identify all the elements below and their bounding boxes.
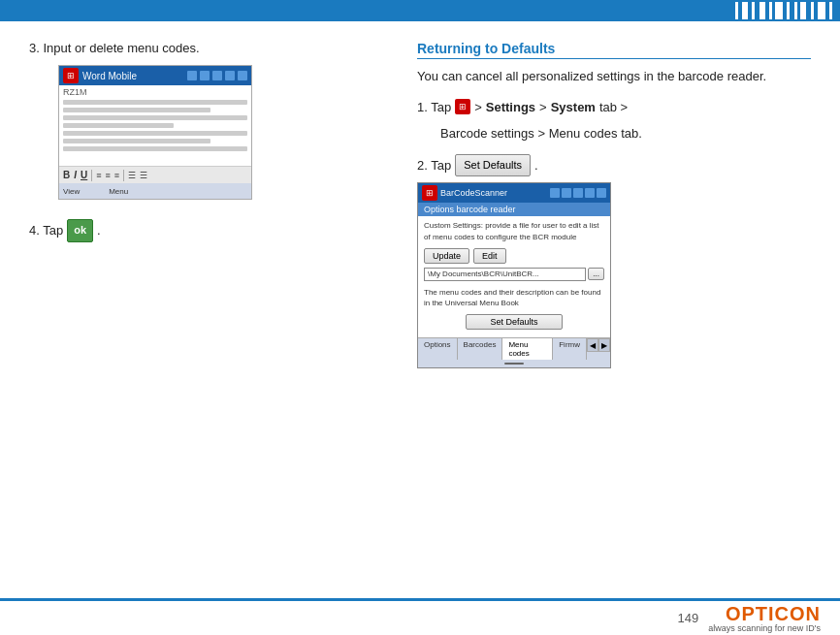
scanner-tab-menu-codes: Menu codes xyxy=(502,338,553,360)
scanner-update-btn: Update xyxy=(424,248,469,264)
wm-line4 xyxy=(63,123,174,128)
scanner-tab-options: Options xyxy=(418,338,458,360)
scanner-footer-text: The menu codes and their description can… xyxy=(424,287,604,308)
step1-gt2: > xyxy=(539,96,547,118)
scanner-buttons-row: Update Edit xyxy=(424,248,604,264)
step1-gt1: > xyxy=(474,96,482,118)
wm-icon2 xyxy=(200,71,210,80)
section-title: Returning to Defaults xyxy=(417,41,811,59)
step1-tab: tab > xyxy=(599,96,628,118)
scanner-subtitle: Options barcode reader xyxy=(418,203,610,216)
step1-prefix: 1. Tap xyxy=(417,96,451,118)
wm-icon1 xyxy=(187,71,197,80)
wm-view-label: View xyxy=(63,187,80,196)
scanner-path-row: \My Documents\BCR\UnitBCR... ... xyxy=(424,268,604,281)
scanner-titlebar: BarCodeScanner xyxy=(418,183,610,203)
scanner-browse-btn: ... xyxy=(588,268,604,280)
header-bar xyxy=(0,0,840,21)
wm-subtitle: RZ1M xyxy=(63,87,247,97)
wm-line7 xyxy=(63,146,247,151)
wm-icon3 xyxy=(212,71,222,80)
wm-align2: ≡ xyxy=(106,171,111,180)
scanner-tabs: Options Barcodes Menu codes Firmw ◀ ▶ xyxy=(418,337,610,360)
wm-align1: ≡ xyxy=(96,171,101,180)
scanner-icon2 xyxy=(562,188,571,198)
barcode-graphic xyxy=(735,2,832,19)
scanner-tab-barcodes: Barcodes xyxy=(458,338,503,360)
scanner-icon3 xyxy=(573,188,583,198)
scanner-set-defaults-btn: Set Defaults xyxy=(466,314,563,330)
step4-prefix: 4. Tap xyxy=(29,219,63,241)
step2-period: . xyxy=(534,154,538,176)
scanner-arrow-left: ◀ xyxy=(587,338,598,352)
step2-prefix: 2. Tap xyxy=(417,154,451,176)
scanner-bottom-indicator xyxy=(418,360,610,367)
wm-icon4 xyxy=(225,71,235,80)
wm-line1 xyxy=(63,100,247,105)
step3-text: 3. Input or delete menu codes. xyxy=(29,41,398,55)
wm-line2 xyxy=(63,108,210,112)
step1-system: System xyxy=(551,96,596,118)
step1-gt3: > xyxy=(537,126,548,141)
wm-spacer xyxy=(63,154,247,164)
step1-menu-codes: Menu codes xyxy=(549,126,618,141)
wm-menu-label: Menu xyxy=(109,187,128,196)
intro-text: You can cancel all personalized settings… xyxy=(417,67,811,86)
step1-continuation: Barcode settings > Menu codes tab. xyxy=(417,124,811,144)
scanner-edit-btn: Edit xyxy=(473,248,506,264)
footer: 149 OPTICON always scanning for new ID's xyxy=(0,598,840,635)
left-column: 3. Input or delete menu codes. Word Mobi… xyxy=(29,41,398,579)
wm-titlebar-icons xyxy=(187,71,247,80)
wm-line5 xyxy=(63,131,247,136)
scanner-icon5 xyxy=(597,188,606,198)
main-content: 3. Input or delete menu codes. Word Mobi… xyxy=(0,21,840,598)
wm-format-toolbar: B I U ≡ ≡ ≡ ☰ ☰ xyxy=(59,166,251,183)
wm-italic-btn: I xyxy=(74,170,77,180)
start-icon xyxy=(455,99,470,114)
wm-line6 xyxy=(63,139,210,143)
wm-title: Word Mobile xyxy=(82,71,137,81)
step1-barcode-settings: Barcode settings xyxy=(440,126,534,141)
right-column: Returning to Defaults You can cancel all… xyxy=(417,41,811,579)
scanner-nav-arrows: ◀ ▶ xyxy=(587,338,610,360)
ok-button: ok xyxy=(67,219,93,242)
step1-tab-text: tab. xyxy=(621,126,642,141)
windows-icon xyxy=(63,68,79,83)
scanner-arrow-right: ▶ xyxy=(598,338,610,352)
wm-underline-btn: U xyxy=(81,170,87,180)
word-mobile-screenshot: Word Mobile RZ1M xyxy=(58,65,252,200)
step1-settings: Settings xyxy=(486,96,535,118)
scanner-path-input: \My Documents\BCR\UnitBCR... xyxy=(424,268,586,281)
scanner-icon4 xyxy=(585,188,595,198)
wm-icon5 xyxy=(238,71,247,80)
wm-line3 xyxy=(63,115,247,120)
scanner-tab-firmw: Firmw xyxy=(553,338,587,360)
scanner-title: BarCodeScanner xyxy=(440,188,507,198)
wm-align3: ≡ xyxy=(114,171,119,180)
brand-tagline: always scanning for new ID's xyxy=(708,623,821,633)
wm-bold-btn: B xyxy=(63,170,70,180)
scanner-path-value: \My Documents\BCR\UnitBCR... xyxy=(428,270,539,278)
wm-body: RZ1M xyxy=(59,85,251,166)
scanner-indicator xyxy=(504,363,524,365)
wm-sep2 xyxy=(123,170,124,181)
step4-line: 4. Tap ok . xyxy=(29,219,398,242)
step4-period: . xyxy=(97,219,101,241)
step1-line: 1. Tap > Settings > System tab > xyxy=(417,96,811,118)
wm-list1: ☰ xyxy=(128,171,136,180)
wm-bottom-bar: View Menu xyxy=(59,183,251,199)
page-number: 149 xyxy=(678,611,699,625)
opticon-logo: OPTICON always scanning for new ID's xyxy=(708,604,821,633)
wm-list2: ☰ xyxy=(140,171,147,180)
scanner-description: Custom Settings: provide a file for user… xyxy=(424,220,604,241)
scanner-screenshot: BarCodeScanner Options barcode reader Cu… xyxy=(417,182,611,368)
wm-titlebar: Word Mobile xyxy=(59,66,251,85)
set-defaults-inline-button: Set Defaults xyxy=(455,154,531,177)
scanner-body: Custom Settings: provide a file for user… xyxy=(418,216,610,337)
scanner-icon1 xyxy=(550,188,560,198)
scanner-titlebar-icons xyxy=(550,188,606,198)
step2-line: 2. Tap Set Defaults . xyxy=(417,154,811,177)
wm-sep1 xyxy=(91,170,92,181)
brand-name: OPTICON xyxy=(726,604,821,623)
scanner-win-icon xyxy=(422,185,437,201)
